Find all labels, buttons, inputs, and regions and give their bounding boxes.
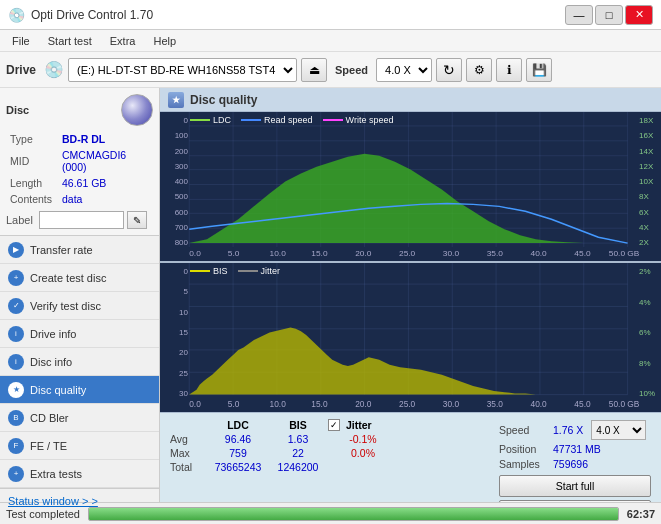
svg-text:25.0: 25.0 — [399, 249, 416, 258]
start-part-button[interactable]: Start part — [499, 500, 651, 502]
info-button[interactable]: ℹ — [496, 58, 522, 82]
disc-info-panel: Disc Type BD-R DL MID CMCMAGDI6 (000) Le… — [0, 88, 159, 236]
sidebar-item-cd-bler[interactable]: B CD Bler — [0, 404, 159, 432]
speed-label: Speed — [335, 64, 368, 76]
app-icon: 💿 — [8, 7, 25, 23]
sidebar: Disc Type BD-R DL MID CMCMAGDI6 (000) Le… — [0, 88, 160, 502]
mid-label: MID — [8, 148, 58, 174]
sidebar-item-transfer-rate[interactable]: ▶ Transfer rate — [0, 236, 159, 264]
create-test-disc-label: Create test disc — [30, 272, 106, 284]
svg-text:45.0: 45.0 — [574, 249, 591, 258]
titlebar: 💿 Opti Drive Control 1.70 — □ ✕ — [0, 0, 661, 30]
save-button[interactable]: 💾 — [526, 58, 552, 82]
svg-text:0.0: 0.0 — [189, 249, 201, 258]
transfer-rate-icon: ▶ — [8, 242, 24, 258]
stats-avg-row: Avg 96.46 1.63 -0.1% — [170, 433, 491, 445]
transfer-rate-label: Transfer rate — [30, 244, 93, 256]
settings-button[interactable]: ⚙ — [466, 58, 492, 82]
jitter-label-legend: Jitter — [261, 266, 281, 276]
progress-bar — [89, 508, 618, 520]
start-full-button[interactable]: Start full — [499, 475, 651, 497]
svg-text:45.0: 45.0 — [574, 398, 590, 409]
avg-bis: 1.63 — [268, 433, 328, 445]
total-ldc: 73665243 — [208, 461, 268, 473]
status-text: Test completed — [6, 508, 80, 520]
close-button[interactable]: ✕ — [625, 5, 653, 25]
eject-button[interactable]: ⏏ — [301, 58, 327, 82]
svg-text:5.0: 5.0 — [228, 249, 240, 258]
bottom-chart-legend: BIS Jitter — [190, 266, 280, 276]
speed-row: Speed 1.76 X 4.0 X — [499, 420, 651, 440]
sidebar-item-verify-test-disc[interactable]: ✓ Verify test disc — [0, 292, 159, 320]
drive-select[interactable]: (E:) HL-DT-ST BD-RE WH16NS58 TST4 — [68, 58, 297, 82]
label-row: Label ✎ — [6, 211, 153, 229]
jitter-checkbox[interactable]: ✓ — [328, 419, 340, 431]
extra-tests-icon: + — [8, 466, 24, 482]
verify-test-disc-icon: ✓ — [8, 298, 24, 314]
max-label: Max — [170, 447, 208, 459]
content-area: ★ Disc quality LDC Read speed — [160, 88, 661, 502]
menubar: File Start test Extra Help — [0, 30, 661, 52]
time-display: 62:37 — [627, 508, 655, 520]
menu-extra[interactable]: Extra — [102, 33, 144, 49]
stats-section: LDC BIS ✓ Jitter Avg 96.46 1.63 -0.1% — [166, 417, 655, 502]
svg-text:20.0: 20.0 — [355, 249, 372, 258]
create-test-disc-icon: + — [8, 270, 24, 286]
app-title: Opti Drive Control 1.70 — [31, 8, 153, 22]
svg-text:15.0: 15.0 — [311, 398, 327, 409]
minimize-button[interactable]: — — [565, 5, 593, 25]
samples-value: 759696 — [553, 458, 588, 470]
sidebar-item-disc-info[interactable]: i Disc info — [0, 348, 159, 376]
total-bis: 1246200 — [268, 461, 328, 473]
sidebar-item-drive-info[interactable]: i Drive info — [0, 320, 159, 348]
main-area: Disc Type BD-R DL MID CMCMAGDI6 (000) Le… — [0, 88, 661, 502]
progress-bar-container — [88, 507, 619, 521]
sidebar-item-disc-quality[interactable]: ★ Disc quality — [0, 376, 159, 404]
drive-label: Drive — [6, 63, 36, 77]
speed-stat-dropdown[interactable]: 4.0 X — [591, 420, 646, 440]
drive-info-label: Drive info — [30, 328, 76, 340]
toolbar: Drive 💿 (E:) HL-DT-ST BD-RE WH16NS58 TST… — [0, 52, 661, 88]
svg-text:15.0: 15.0 — [311, 249, 328, 258]
stats-left-panel: LDC BIS ✓ Jitter Avg 96.46 1.63 -0.1% — [166, 417, 495, 502]
disc-info-table: Type BD-R DL MID CMCMAGDI6 (000) Length … — [6, 130, 153, 208]
maximize-button[interactable]: □ — [595, 5, 623, 25]
disc-label-label: Label — [6, 214, 36, 226]
sidebar-item-fe-te[interactable]: F FE / TE — [0, 432, 159, 460]
length-label: Length — [8, 176, 58, 190]
sidebar-item-extra-tests[interactable]: + Extra tests — [0, 460, 159, 488]
jitter-col-header: Jitter — [346, 419, 372, 431]
menu-help[interactable]: Help — [145, 33, 184, 49]
refresh-button[interactable]: ↻ — [436, 58, 462, 82]
sidebar-item-create-test-disc[interactable]: + Create test disc — [0, 264, 159, 292]
bis-col-header: BIS — [268, 419, 328, 431]
svg-text:10.0: 10.0 — [270, 249, 287, 258]
svg-text:40.0: 40.0 — [531, 249, 548, 258]
charts-container: LDC Read speed Write speed 8007006005004… — [160, 112, 661, 412]
menu-start-test[interactable]: Start test — [40, 33, 100, 49]
menu-file[interactable]: File — [4, 33, 38, 49]
position-value: 47731 MB — [553, 443, 601, 455]
read-speed-color — [241, 119, 261, 121]
svg-text:30.0: 30.0 — [443, 249, 460, 258]
disc-icon — [121, 94, 153, 126]
speed-select[interactable]: 4.0 X — [376, 58, 432, 82]
cd-bler-label: CD Bler — [30, 412, 69, 424]
svg-text:25.0: 25.0 — [399, 398, 415, 409]
bottom-chart: BIS Jitter 302520151050 10%8%6%4%2% — [160, 263, 661, 412]
titlebar-left: 💿 Opti Drive Control 1.70 — [8, 7, 153, 23]
top-chart: LDC Read speed Write speed 8007006005004… — [160, 112, 661, 263]
label-input[interactable] — [39, 211, 124, 229]
stats-bar: LDC BIS ✓ Jitter Avg 96.46 1.63 -0.1% — [160, 412, 661, 502]
stats-max-row: Max 759 22 0.0% — [170, 447, 491, 459]
legend-jitter: Jitter — [238, 266, 281, 276]
avg-label: Avg — [170, 433, 208, 445]
label-edit-button[interactable]: ✎ — [127, 211, 147, 229]
fe-te-label: FE / TE — [30, 440, 67, 452]
extra-tests-label: Extra tests — [30, 468, 82, 480]
sidebar-nav: ▶ Transfer rate + Create test disc ✓ Ver… — [0, 236, 159, 488]
total-label: Total — [170, 461, 208, 473]
disc-info-label: Disc info — [30, 356, 72, 368]
type-value: BD-R DL — [60, 132, 151, 146]
jitter-color — [238, 270, 258, 272]
